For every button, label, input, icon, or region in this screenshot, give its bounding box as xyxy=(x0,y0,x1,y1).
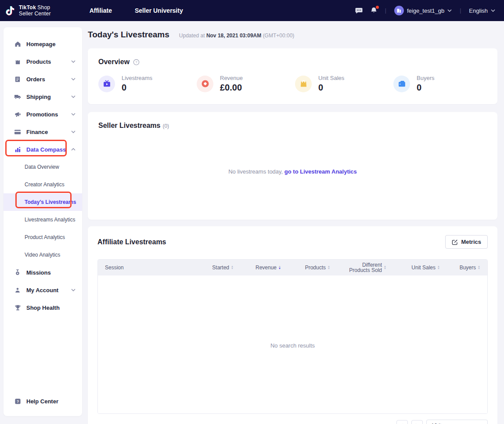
chevron-down-icon xyxy=(71,95,76,98)
stat-livestreams: Livestreams0 xyxy=(98,75,197,93)
affiliate-livestreams-title: Affiliate Livestreams xyxy=(97,238,166,246)
chevron-down-icon xyxy=(71,113,76,116)
seller-livestreams-card: Seller Livestreams(0) No livestreams tod… xyxy=(88,112,497,220)
finance-card-icon xyxy=(14,128,21,135)
overview-title: Overview xyxy=(98,58,130,66)
column-different-products-sold[interactable]: Different Products Sold▲▼ xyxy=(330,262,386,273)
tiktok-note-icon xyxy=(5,5,16,16)
sidebar-item-finance[interactable]: Finance xyxy=(4,123,82,141)
stat-value: 0 xyxy=(417,83,421,92)
sidebar-subitem-todays-livestreams[interactable]: Today's Livestreams xyxy=(4,193,82,211)
top-nav: Affiliate Seller University xyxy=(90,7,183,14)
metrics-button[interactable]: Metrics xyxy=(445,235,488,249)
stat-unit-sales: Unit Sales0 xyxy=(295,75,393,93)
svg-text:?: ? xyxy=(135,60,137,64)
edit-icon xyxy=(452,239,458,245)
revenue-coin-icon xyxy=(197,76,213,92)
shopping-bag-icon xyxy=(295,76,312,92)
go-to-livestream-analytics-link[interactable]: go to Livestream Analytics xyxy=(284,168,357,175)
sidebar: Homepage Products Orders Shipping Promot… xyxy=(4,27,82,416)
sidebar-item-shipping[interactable]: Shipping xyxy=(4,88,82,105)
stat-value: 0 xyxy=(122,83,126,92)
nav-seller-university[interactable]: Seller University xyxy=(135,7,183,14)
sidebar-item-products[interactable]: Products xyxy=(4,53,82,70)
wallet-icon xyxy=(393,76,410,92)
next-page-button[interactable] xyxy=(411,420,423,424)
overview-card: Overview ? Livestreams0 Revenue£0.00 xyxy=(88,48,497,104)
avatar xyxy=(394,6,404,15)
language-label: English xyxy=(469,7,488,14)
chevron-down-icon xyxy=(447,9,452,12)
stat-value: 0 xyxy=(318,83,323,92)
promotions-megaphone-icon xyxy=(14,111,21,118)
livestream-tv-icon xyxy=(98,76,115,92)
sidebar-item-promotions[interactable]: Promotions xyxy=(4,105,82,123)
seller-empty-state: No livestreams today, go to Livestream A… xyxy=(88,168,497,175)
sidebar-item-shop-health[interactable]: Shop Health xyxy=(4,299,82,316)
user-name: feige_test1_gb xyxy=(407,7,444,14)
affiliate-table: Session Started▲▼ Revenue▲▼ Products▲▼ D… xyxy=(97,259,488,414)
column-buyers[interactable]: Buyers▲▼ xyxy=(440,265,480,271)
divider: | xyxy=(385,7,386,14)
language-menu[interactable]: English xyxy=(469,7,495,14)
chevron-down-icon xyxy=(71,78,76,80)
stat-value: £0.00 xyxy=(220,83,242,92)
help-circle-icon[interactable]: ? xyxy=(133,59,140,65)
stat-buyers: Buyers0 xyxy=(393,75,492,93)
no-search-results-text: No search results xyxy=(98,342,487,349)
chevron-down-icon xyxy=(71,130,76,133)
pagination: 10 items per page xyxy=(97,420,488,424)
main-content: Today's Livestreams Updated at Nov 18, 2… xyxy=(88,26,497,40)
home-icon xyxy=(14,40,21,47)
sidebar-item-missions[interactable]: Missions xyxy=(4,264,82,281)
sort-icon: ▲▼ xyxy=(478,265,480,270)
page-title: Today's Livestreams xyxy=(88,30,169,40)
chevron-down-icon xyxy=(71,60,76,63)
nav-affiliate[interactable]: Affiliate xyxy=(90,7,112,14)
seller-livestreams-title: Seller Livestreams(0) xyxy=(98,122,169,129)
chat-icon[interactable] xyxy=(355,7,363,14)
sidebar-item-data-compass[interactable]: Data Compass xyxy=(4,141,82,158)
logo-text: TikTok Shop Seller Center xyxy=(19,4,51,17)
updated-timestamp: Updated at Nov 18, 2021 03:09AM (GMT+00:… xyxy=(179,33,295,39)
column-products[interactable]: Products▲▼ xyxy=(281,265,330,271)
chevron-down-icon xyxy=(71,289,76,291)
my-account-person-icon xyxy=(14,286,21,294)
column-started[interactable]: Started▲▼ xyxy=(186,265,234,271)
prev-page-button[interactable] xyxy=(396,420,408,424)
user-menu[interactable]: feige_test1_gb xyxy=(394,6,452,15)
sidebar-subitem-product-analytics[interactable]: Product Analytics xyxy=(4,228,82,246)
sidebar-item-my-account[interactable]: My Account xyxy=(4,281,82,299)
table-header-row: Session Started▲▼ Revenue▲▼ Products▲▼ D… xyxy=(98,260,487,275)
sidebar-subitem-video-analytics[interactable]: Video Analytics xyxy=(4,246,82,264)
top-bar: TikTok Shop Seller Center Affiliate Sell… xyxy=(0,0,504,21)
data-compass-chart-icon xyxy=(14,146,21,153)
svg-text:?: ? xyxy=(16,399,18,403)
sidebar-subitem-creator-analytics[interactable]: Creator Analytics xyxy=(4,176,82,193)
stat-revenue: Revenue£0.00 xyxy=(197,75,295,93)
table-body: No search results xyxy=(98,275,487,413)
sidebar-subitem-data-overview[interactable]: Data Overview xyxy=(4,158,82,176)
sidebar-subitem-livestreams-analytics[interactable]: Livestreams Analytics xyxy=(4,211,82,228)
sidebar-item-orders[interactable]: Orders xyxy=(4,70,82,88)
sidebar-item-help-center[interactable]: ? Help Center xyxy=(4,392,82,410)
shipping-truck-icon xyxy=(14,93,21,100)
tiktok-shop-logo[interactable]: TikTok Shop Seller Center xyxy=(5,4,51,17)
orders-doc-icon xyxy=(14,76,21,83)
missions-medal-icon xyxy=(14,269,21,276)
chevron-up-icon xyxy=(71,148,76,151)
affiliate-livestreams-card: Affiliate Livestreams Metrics Session St… xyxy=(88,226,497,424)
column-revenue[interactable]: Revenue▲▼ xyxy=(234,265,281,271)
column-session: Session xyxy=(105,265,186,271)
seller-livestreams-count: (0) xyxy=(162,123,169,129)
sidebar-item-homepage[interactable]: Homepage xyxy=(4,35,82,53)
shop-health-trophy-icon xyxy=(14,304,21,311)
notification-dot xyxy=(376,6,379,9)
help-question-icon: ? xyxy=(14,398,21,405)
products-bag-icon xyxy=(14,58,21,65)
chevron-down-icon xyxy=(491,9,495,12)
column-unit-sales[interactable]: Unit Sales▲▼ xyxy=(386,265,440,271)
items-per-page-select[interactable]: 10 items per page xyxy=(426,420,488,424)
bell-icon[interactable] xyxy=(371,7,377,14)
divider: | xyxy=(460,7,461,14)
